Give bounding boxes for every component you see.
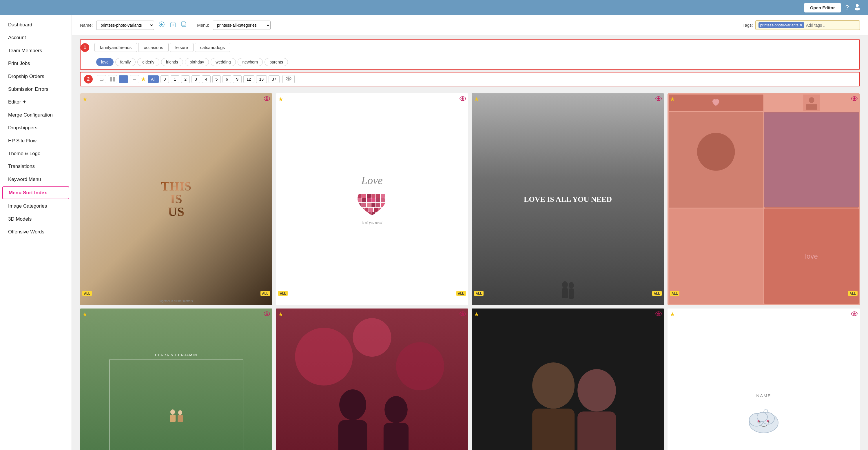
delete-name-button[interactable] <box>169 21 177 29</box>
filter-tab-occasions[interactable]: occasions <box>138 43 168 52</box>
card5-eye-icon[interactable] <box>264 311 270 317</box>
card4-star-icon[interactable]: ★ <box>670 96 675 103</box>
num-btn-12[interactable]: 12 <box>243 75 254 83</box>
num-btn-1[interactable]: 1 <box>170 75 179 83</box>
num-btn-4[interactable]: 4 <box>202 75 211 83</box>
card3-star-icon[interactable]: ★ <box>474 96 479 103</box>
num-btn-2[interactable]: 2 <box>181 75 190 83</box>
svg-point-81 <box>384 396 408 423</box>
filter-subtab-love[interactable]: love <box>96 58 114 66</box>
sidebar-item-image-categories[interactable]: Image Categories <box>0 200 71 213</box>
image-card-3[interactable]: ★ LOVE IS ALL YOU NE <box>472 93 664 305</box>
sidebar-item-hp-site-flow[interactable]: HP Site Flow <box>0 135 71 147</box>
svg-rect-64 <box>764 113 859 207</box>
svg-rect-25 <box>371 194 375 198</box>
svg-point-68 <box>267 313 268 314</box>
card8-eye-icon[interactable] <box>851 311 858 317</box>
card4-all-badge-right: ALL <box>848 291 858 296</box>
num-btn-9[interactable]: 9 <box>233 75 242 83</box>
tag-chip[interactable]: printess-photo-variants ✕ <box>758 22 804 28</box>
tag-chip-close-icon[interactable]: ✕ <box>800 23 803 27</box>
add-name-button[interactable] <box>158 21 166 29</box>
svg-rect-70 <box>170 415 176 422</box>
sidebar-item-offensive-words[interactable]: Offensive Words <box>0 226 71 238</box>
sidebar-item-account[interactable]: Account <box>0 31 71 44</box>
filter-subtab-parents[interactable]: parents <box>265 58 288 66</box>
card8-star-icon[interactable]: ★ <box>670 311 675 318</box>
image-card-7[interactable]: ★ LET ... <box>472 309 664 450</box>
layout-single-btn[interactable]: ▭ <box>97 75 106 83</box>
filter-subtab-birthday[interactable]: birthday <box>185 58 209 66</box>
sidebar-item-editor[interactable]: Editor ✦ <box>0 96 71 108</box>
open-editor-button[interactable]: Open Editor <box>804 3 841 12</box>
filter-subtab-family[interactable]: family <box>115 58 136 66</box>
filter-subtab-friends[interactable]: friends <box>161 58 183 66</box>
layout-two-btn[interactable] <box>108 75 117 83</box>
sidebar-item-dashboard[interactable]: Dashboard <box>0 19 71 31</box>
card4-all-badge-left: ALL <box>670 291 679 296</box>
tags-box[interactable]: printess-photo-variants ✕ <box>755 20 860 30</box>
sidebar-item-print-jobs[interactable]: Print Jobs <box>0 57 71 70</box>
user-icon[interactable] <box>854 3 861 12</box>
image-card-4[interactable]: ★ <box>668 93 860 305</box>
filter-tab-familyandfriends[interactable]: familyandfriends <box>94 43 137 52</box>
sidebar-item-merge-configuration[interactable]: Merge Configuration <box>0 109 71 121</box>
menu-select[interactable]: printess-all-categories <box>213 21 271 30</box>
svg-point-89 <box>578 369 616 412</box>
sidebar-item-menu-sort-index[interactable]: Menu Sort Index <box>2 187 69 199</box>
card5-star-icon[interactable]: ★ <box>82 311 88 318</box>
card2-all-badge-right: ALL <box>456 291 466 296</box>
svg-point-63 <box>697 133 735 171</box>
image-card-8[interactable]: ★ NAME <box>668 309 860 450</box>
num-btn-3[interactable]: 3 <box>191 75 200 83</box>
card4-eye-icon[interactable] <box>851 96 858 102</box>
num-btn-0[interactable]: 0 <box>160 75 169 83</box>
num-btn-6[interactable]: 6 <box>222 75 231 83</box>
name-select[interactable]: printess-photo-variants <box>96 21 154 30</box>
image-card-1[interactable]: ★ THISISUS together is all that matters … <box>80 93 272 305</box>
svg-rect-42 <box>369 207 373 212</box>
copy-name-button[interactable] <box>180 21 188 29</box>
sidebar-item-keyword-menu[interactable]: Keyword Menu <box>0 173 71 186</box>
image-card-2[interactable]: ★ Love <box>276 93 468 305</box>
filter-subtab-wedding[interactable]: wedding <box>211 58 236 66</box>
image-card-5[interactable]: ★ CLARA & BENJAMIN <box>80 309 272 450</box>
card3-eye-icon[interactable] <box>655 96 662 102</box>
sidebar-item-theme-logo[interactable]: Theme & Logo <box>0 147 71 160</box>
add-tags-input[interactable] <box>806 23 857 28</box>
help-icon[interactable]: ? <box>845 4 849 11</box>
star-filter-button[interactable]: ★ <box>141 76 146 83</box>
layout-wide-btn[interactable]: ━ <box>130 75 139 83</box>
num-btn-5[interactable]: 5 <box>212 75 221 83</box>
card7-eye-icon[interactable] <box>655 311 662 317</box>
num-btn-37[interactable]: 37 <box>269 75 280 83</box>
sidebar-item-translations[interactable]: Translations <box>0 160 71 173</box>
card2-star-icon[interactable]: ★ <box>278 96 283 103</box>
sidebar-item-submission-errors[interactable]: Submission Errors <box>0 83 71 96</box>
filter-tab-catsanddogs[interactable]: catsanddogs <box>195 43 230 52</box>
sidebar-item-dropship-orders[interactable]: Dropship Orders <box>0 70 71 83</box>
card6-star-icon[interactable]: ★ <box>278 311 283 318</box>
svg-point-71 <box>178 410 182 415</box>
filter-subtab-elderly[interactable]: elderly <box>137 58 159 66</box>
filter-subtabs-row: love family elderly friends birthday wed… <box>81 55 859 69</box>
sidebar-item-team-members[interactable]: Team Members <box>0 45 71 57</box>
card1-star-icon[interactable]: ★ <box>82 96 88 103</box>
filter-subtab-newborn[interactable]: newborn <box>238 58 263 66</box>
card7-star-icon[interactable]: ★ <box>474 311 479 318</box>
layout-three-btn[interactable] <box>119 75 128 83</box>
num-btn-13[interactable]: 13 <box>256 75 267 83</box>
filter-tab-leisure[interactable]: leisure <box>170 43 193 52</box>
image-card-6[interactable]: ★ <box>276 309 468 450</box>
sidebar-item-dropshippers[interactable]: Dropshippers <box>0 121 71 134</box>
svg-point-87 <box>532 362 575 409</box>
card2-all-badge-left: ALL <box>278 291 288 296</box>
num-btn-all[interactable]: All <box>148 75 159 83</box>
svg-rect-32 <box>376 198 380 202</box>
card2-eye-icon[interactable] <box>460 96 466 102</box>
card1-eye-icon[interactable] <box>264 96 270 102</box>
step2-bar: 2 ▭ ━ ★ All 0 1 2 3 4 5 6 9 12 <box>80 72 860 86</box>
sidebar-item-3d-models[interactable]: 3D Models <box>0 213 71 226</box>
card6-eye-icon[interactable] <box>460 311 466 317</box>
hide-button[interactable] <box>282 75 294 83</box>
